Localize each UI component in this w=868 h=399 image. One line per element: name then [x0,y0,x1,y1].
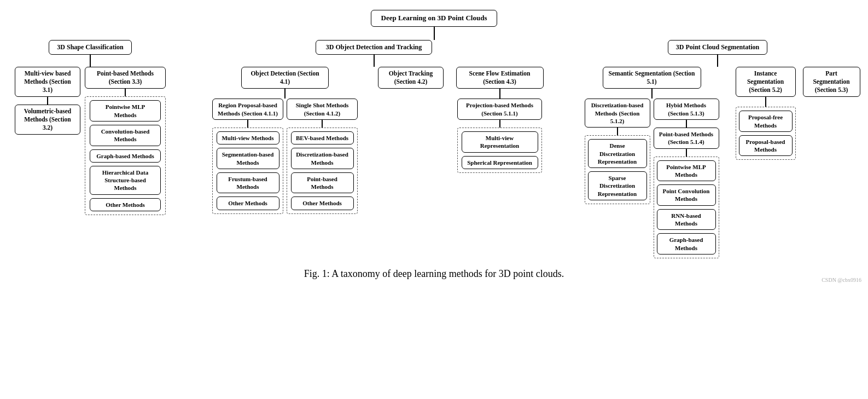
region-proposal-group: Multi-view Methods Segmentation-based Me… [212,128,283,214]
rnn-based: RNN-based Methods [657,209,716,230]
multiview-node: Multi-view based Methods (Section 3.1) [15,67,80,97]
projection-based-node: Projection-based Methods (Section 5.1.1) [457,99,542,120]
frustum-based: Frustum-based Methods [217,172,279,194]
figure-caption: Fig. 1: A taxonomy of deep learning meth… [5,258,863,284]
pointwise-mlp-1: Pointwise MLP Methods [90,100,161,122]
shape-classification-node: 3D Shape Classification [49,40,131,55]
graph-based-1: Graph-based Methods [90,149,161,163]
part-seg-node: Part Segmentation (Section 5.3) [803,67,860,97]
instance-group: Proposal-free Methods Proposal-based Met… [736,107,796,160]
point-conv-methods: Point Convolution Methods [657,184,716,206]
root-node: Deep Learning on 3D Point Clouds [371,10,498,27]
point-based-514: Point-based Methods (Section 5.1.4) [654,128,719,149]
segmentation-based-methods: Segmentation-based Methods [217,148,279,169]
other-methods-1: Other Methods [90,198,161,211]
diagram-container: Deep Learning on 3D Point Clouds 3D Shap… [0,0,868,284]
convolution-based: Convolution-based Methods [90,125,161,146]
hybrid-methods-node: Hybid Methods (Section 5.1.3) [654,99,719,120]
multiview-repr: Multi-view Representation [462,131,538,153]
projection-group: Multi-view Representation Spherical Repr… [457,128,542,173]
other-methods-3: Other Methods [291,196,354,210]
object-detection-node: Object Detection (Section 4.1) [241,67,329,89]
semantic-seg-node: Semantic Segmentation (Section 5.1) [603,67,701,89]
point-based-514-group: Pointwise MLP Methods Point Convolution … [654,157,719,258]
object-tracking-node: Object Tracking (Section 4.2) [378,67,444,89]
single-shot-group: BEV-based Methods Discretization-based M… [287,128,358,214]
proposal-based: Proposal-based Methods [739,135,793,157]
point-based-group: Pointwise MLP Methods Convolution-based … [85,96,166,215]
spherical-repr: Spherical Representation [462,156,538,169]
sparse-disc: Sparse Discretization Representation [588,171,647,200]
watermark: CSDN @cbx0916 [822,277,861,283]
scene-flow-node: Scene Flow Estimation (Section 4.3) [456,67,544,89]
single-shot-node: Single Shot Methods (Section 4.1.2) [287,99,358,120]
point-based-ss: Point-based Methods [291,172,354,194]
object-detection-tracking-node: 3D Object Detection and Tracking [316,40,433,55]
point-cloud-seg-node: 3D Point Cloud Segmentation [668,40,767,55]
hierarchical-node: Hierarchical Data Structure-based Method… [90,166,161,195]
proposal-free: Proposal-free Methods [739,111,793,132]
instance-seg-node: Instance Segmentation (Section 5.2) [736,67,796,97]
point-based-node: Point-based Methods (Section 3.3) [85,67,166,89]
volumetric-node: Volumetric-based Methods (Section 3.2) [15,105,80,135]
multiview-methods: Multi-view Methods [217,131,279,144]
disc-group: Dense Discretization Representation Spar… [585,135,650,204]
bev-based: BEV-based Methods [291,131,354,144]
region-proposal-node: Region Proposal-based Methods (Section 4… [212,99,283,120]
discretization-based-ss: Discretization-based Methods [291,148,354,169]
disc-based-sem: Discretization-based Methods (Section 5.… [585,99,650,128]
other-methods-2: Other Methods [217,196,279,210]
pointwise-mlp-5: Pointwise MLP Methods [657,160,716,182]
dense-disc: Dense Discretization Representation [588,139,647,168]
graph-based-5: Graph-based Methods [657,233,716,255]
